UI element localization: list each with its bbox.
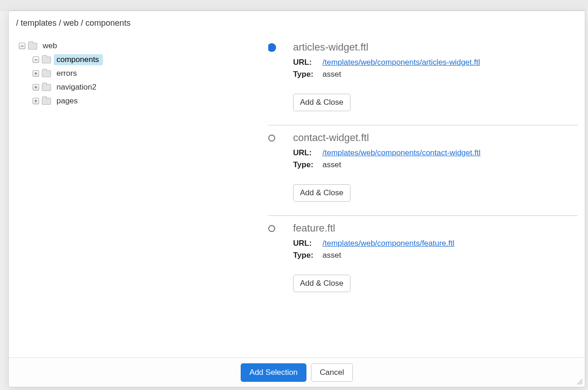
tree-node-pages[interactable]: + pages	[33, 94, 253, 108]
item-title: contact-widget.ftl	[293, 132, 577, 144]
result-item: feature.ftl URL: /templates/web/componen…	[268, 216, 577, 306]
breadcrumb: / templates / web / components	[9, 11, 585, 33]
tree-node-errors[interactable]: + errors	[33, 67, 253, 80]
item-title: feature.ftl	[293, 222, 577, 234]
picker-dialog: / templates / web / components − web	[8, 11, 585, 387]
url-label: URL:	[293, 239, 312, 248]
type-label: Type:	[293, 70, 312, 79]
item-url-link[interactable]: /templates/web/components/articles-widge…	[322, 58, 480, 67]
select-radio[interactable]	[268, 135, 275, 141]
dialog-body: − web − components	[9, 33, 585, 357]
dialog-footer: Add Selection Cancel	[9, 357, 585, 387]
results-panel: articles-widget.ftl URL: /templates/web/…	[257, 33, 585, 357]
toggle-icon[interactable]: −	[19, 43, 25, 49]
url-label: URL:	[293, 148, 312, 158]
folder-icon	[42, 98, 51, 105]
item-title: articles-widget.ftl	[293, 41, 577, 53]
url-label: URL:	[293, 58, 312, 67]
result-item: articles-widget.ftl URL: /templates/web/…	[268, 35, 577, 125]
add-and-close-button[interactable]: Add & Close	[293, 94, 351, 111]
folder-tree: − web − components	[19, 39, 253, 108]
select-radio[interactable]	[268, 44, 275, 51]
folder-icon	[42, 57, 51, 63]
tree-node-label: errors	[54, 68, 80, 79]
item-type: asset	[322, 70, 341, 79]
select-radio[interactable]	[268, 225, 275, 232]
type-label: Type:	[293, 160, 312, 170]
add-and-close-button[interactable]: Add & Close	[293, 275, 351, 292]
tree-node-components[interactable]: − components	[33, 53, 253, 67]
toggle-icon[interactable]: +	[33, 98, 39, 104]
resize-handle-icon[interactable]	[577, 379, 583, 385]
item-type: asset	[322, 251, 341, 260]
tree-node-label: web	[40, 40, 61, 51]
tree-node-navigation2[interactable]: + navigation2	[33, 80, 253, 94]
result-item: contact-widget.ftl URL: /templates/web/c…	[268, 125, 577, 216]
folder-icon	[28, 43, 37, 50]
toggle-icon[interactable]: +	[33, 84, 39, 90]
results-scroll[interactable]: articles-widget.ftl URL: /templates/web/…	[268, 35, 578, 357]
toggle-icon[interactable]: +	[33, 70, 39, 77]
add-and-close-button[interactable]: Add & Close	[293, 184, 351, 202]
item-url-link[interactable]: /templates/web/components/contact-widget…	[322, 148, 481, 158]
app-topbar	[0, 0, 588, 11]
item-type: asset	[322, 160, 341, 170]
tree-node-label: navigation2	[54, 82, 100, 93]
type-label: Type:	[293, 251, 312, 260]
add-selection-button[interactable]: Add Selection	[241, 363, 306, 382]
folder-icon	[42, 70, 51, 77]
folder-icon	[42, 84, 51, 91]
cancel-button[interactable]: Cancel	[311, 363, 353, 382]
tree-node-label: pages	[54, 96, 81, 107]
tree-node-web[interactable]: − web	[19, 39, 253, 53]
tree-panel: − web − components	[9, 33, 257, 357]
toggle-icon[interactable]: −	[33, 57, 39, 63]
tree-node-label: components	[54, 54, 103, 65]
item-url-link[interactable]: /templates/web/components/feature.ftl	[322, 239, 454, 248]
